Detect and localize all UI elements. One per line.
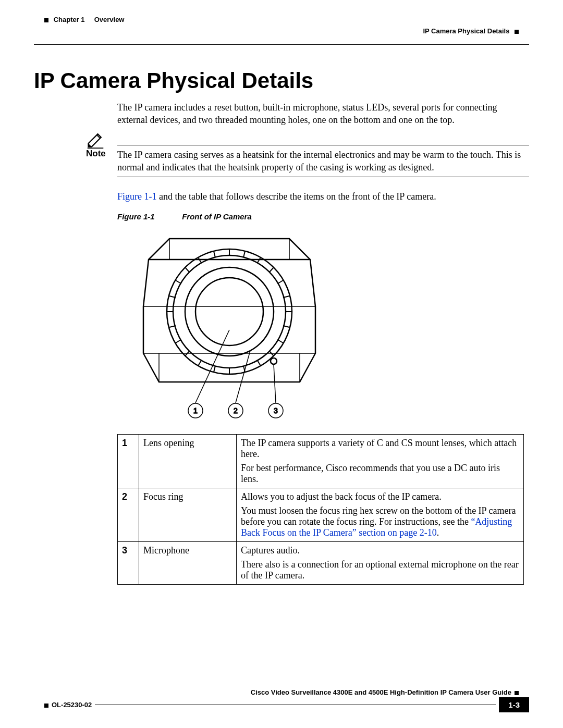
footer-book-title: Cisco Video Surveillance 4300E and 4500E… [34,688,529,696]
row-name: Lens opening [139,435,237,488]
svg-line-18 [270,267,274,272]
note-rule-bottom [117,177,529,177]
figure-caption: Figure 1-1 Front of IP Camera [117,212,529,221]
page-header: Chapter 1 Overview IP Camera Physical De… [34,16,529,44]
callout-3: 3 [274,406,278,415]
callout-1: 1 [193,406,198,415]
note-text: The IP camera casing serves as a heatsin… [117,149,529,174]
svg-line-27 [214,366,215,372]
table-row: 2 Focus ring Allows you to adjust the ba… [118,488,524,542]
figure-ref-paragraph: Figure 1-1 and the table that follows de… [117,190,529,203]
intro-paragraph: The IP camera includes a reset button, b… [117,101,529,127]
figure-label: Figure 1-1 [117,212,180,221]
footer-page-number: 1-3 [499,697,529,712]
page-title: IP Camera Physical Details [34,68,529,93]
header-chapter-label: Chapter 1 [54,16,85,23]
figure-ref-link[interactable]: Figure 1-1 [117,191,157,202]
header-section: IP Camera Physical Details [423,27,519,35]
svg-line-14 [176,280,181,283]
camera-front-figure: 1 2 3 [117,228,341,429]
figure-title: Front of IP Camera [182,212,252,221]
row-name: Microphone [139,542,237,585]
svg-line-30 [236,351,250,403]
svg-line-19 [185,267,189,272]
figure-ref-rest: and the table that follows describe the … [157,191,436,202]
header-rule [34,44,529,45]
table-row: 1 Lens opening The IP camera supports a … [118,435,524,488]
row-desc: Captures audio. There also is a connecti… [237,542,524,585]
row-name: Focus ring [139,488,237,542]
svg-point-3 [195,278,263,346]
pencil-icon [86,130,105,151]
svg-line-8 [278,340,283,343]
header-chapter-title: Overview [94,16,125,23]
svg-line-12 [176,340,181,343]
note-rule-top [117,145,529,145]
page: Chapter 1 Overview IP Camera Physical De… [0,0,563,728]
svg-line-9 [258,361,261,366]
svg-point-2 [185,267,274,356]
svg-line-16 [243,251,245,257]
row-num: 2 [118,488,139,542]
footer-rule [95,705,496,705]
svg-line-6 [278,280,283,283]
svg-point-1 [173,255,286,368]
row-desc: The IP camera supports a variety of C an… [237,435,524,488]
note-block: Note The IP camera casing serves as a he… [86,145,529,178]
callout-2: 2 [234,406,238,415]
row-num: 1 [118,435,139,488]
table-row: 3 Microphone Captures audio. There also … [118,542,524,585]
page-footer: Cisco Video Surveillance 4300E and 4500E… [34,688,529,712]
row-num: 3 [118,542,139,585]
svg-point-28 [271,358,277,364]
header-chapter: Chapter 1 Overview [44,16,124,23]
footer-doc-number: OL-25230-02 [34,701,92,709]
row-desc: Allows you to adjust the back focus of t… [237,488,524,542]
header-section-title: IP Camera Physical Details [423,27,509,35]
svg-line-11 [198,361,201,366]
svg-line-17 [214,251,215,257]
svg-line-31 [274,364,276,403]
parts-table: 1 Lens opening The IP camera supports a … [117,434,524,585]
